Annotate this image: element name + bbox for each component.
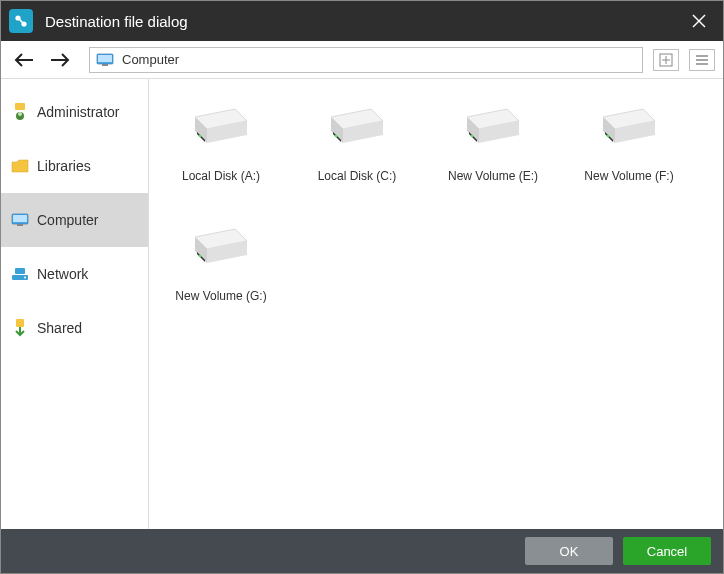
svg-point-40 <box>471 135 473 137</box>
forward-button[interactable] <box>45 46 75 74</box>
svg-rect-23 <box>15 268 25 274</box>
close-button[interactable] <box>685 7 713 35</box>
drive-item[interactable]: Local Disk (C:) <box>293 93 421 205</box>
view-list-button[interactable] <box>689 49 715 71</box>
path-text: Computer <box>122 52 179 67</box>
drive-icon <box>189 217 253 281</box>
sidebar-item-label: Shared <box>37 320 82 336</box>
svg-point-35 <box>335 135 337 137</box>
drive-icon <box>597 97 661 161</box>
shared-icon <box>11 319 29 337</box>
drive-icon <box>189 97 253 161</box>
svg-point-50 <box>199 255 201 257</box>
svg-rect-25 <box>16 319 24 327</box>
svg-point-24 <box>24 277 26 279</box>
svg-rect-16 <box>15 103 25 110</box>
window-title: Destination file dialog <box>45 13 685 30</box>
path-box[interactable]: Computer <box>89 47 643 73</box>
drive-item[interactable]: New Volume (F:) <box>565 93 693 205</box>
sidebar-item-label: Network <box>37 266 88 282</box>
toolbar: Computer <box>1 41 723 79</box>
sidebar-item-label: Computer <box>37 212 98 228</box>
user-icon <box>11 103 29 121</box>
sidebar-item-shared[interactable]: Shared <box>1 301 148 355</box>
svg-rect-21 <box>17 224 23 226</box>
drive-grid: Local Disk (A:) Local Disk (C:) New Volu… <box>157 93 715 325</box>
cancel-button[interactable]: Cancel <box>623 537 711 565</box>
back-button[interactable] <box>9 46 39 74</box>
sidebar-item-label: Administrator <box>37 104 119 120</box>
svg-rect-9 <box>102 64 108 66</box>
app-icon <box>9 9 33 33</box>
drive-label: New Volume (E:) <box>448 169 538 183</box>
sidebar-item-label: Libraries <box>37 158 91 174</box>
svg-point-45 <box>607 135 609 137</box>
monitor-icon <box>11 211 29 229</box>
sidebar-item-network[interactable]: Network <box>1 247 148 301</box>
drive-label: Local Disk (C:) <box>318 169 397 183</box>
drive-label: New Volume (F:) <box>584 169 673 183</box>
titlebar: Destination file dialog <box>1 1 723 41</box>
computer-icon <box>96 53 114 67</box>
body: Administrator Libraries Computer Network <box>1 79 723 529</box>
sidebar-item-computer[interactable]: Computer <box>1 193 148 247</box>
svg-line-2 <box>20 20 23 23</box>
drive-label: Local Disk (A:) <box>182 169 260 183</box>
svg-rect-8 <box>98 55 112 62</box>
network-icon <box>11 265 29 283</box>
svg-point-18 <box>18 112 22 116</box>
footer: OK Cancel <box>1 529 723 573</box>
drive-item[interactable]: New Volume (G:) <box>157 213 285 325</box>
svg-rect-20 <box>13 215 27 222</box>
sidebar-item-libraries[interactable]: Libraries <box>1 139 148 193</box>
drive-item[interactable]: New Volume (E:) <box>429 93 557 205</box>
content-pane: Local Disk (A:) Local Disk (C:) New Volu… <box>149 79 723 529</box>
drive-icon <box>461 97 525 161</box>
folder-icon <box>11 157 29 175</box>
ok-button[interactable]: OK <box>525 537 613 565</box>
sidebar-item-administrator[interactable]: Administrator <box>1 85 148 139</box>
svg-point-30 <box>199 135 201 137</box>
drive-item[interactable]: Local Disk (A:) <box>157 93 285 205</box>
drive-label: New Volume (G:) <box>175 289 266 303</box>
drive-icon <box>325 97 389 161</box>
sidebar: Administrator Libraries Computer Network <box>1 79 149 529</box>
new-folder-button[interactable] <box>653 49 679 71</box>
